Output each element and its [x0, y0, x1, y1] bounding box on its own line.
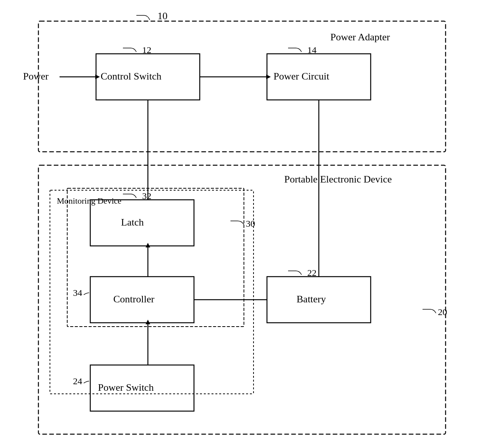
arrow-powerswitch-to-controller	[146, 320, 150, 324]
arrow-switch-to-circuit	[266, 75, 271, 79]
battery-label: Battery	[297, 294, 326, 305]
arrow-controller-to-latch	[146, 243, 150, 247]
ref-22: 22	[307, 268, 317, 278]
power-adapter-label: Power Adapter	[330, 32, 390, 43]
power-circuit-label: Power Circuit	[273, 71, 330, 82]
control-switch-label: Control Switch	[101, 71, 161, 82]
ref-12: 12	[142, 45, 151, 55]
controller-label: Controller	[113, 294, 154, 305]
latch-label: Latch	[121, 217, 144, 228]
power-label: Power	[23, 71, 49, 82]
monitoring-device-label: Monitoring Device	[57, 196, 121, 206]
ref-20: 20	[438, 307, 447, 317]
diagram-container: 10 Power Adapter Control Switch 12 Power…	[0, 0, 479, 448]
ref-10: 10	[157, 10, 167, 22]
svg-rect-7	[67, 188, 244, 327]
ref-32: 32	[142, 191, 151, 201]
ref-30: 30	[246, 219, 255, 229]
ped-label: Portable Electronic Device	[284, 174, 392, 185]
ref-34: 34	[73, 288, 82, 298]
ref-24: 24	[73, 376, 82, 386]
ref-14: 14	[307, 45, 317, 55]
power-switch-label: Power Switch	[98, 382, 154, 393]
arrow-power-to-switch	[95, 75, 100, 79]
